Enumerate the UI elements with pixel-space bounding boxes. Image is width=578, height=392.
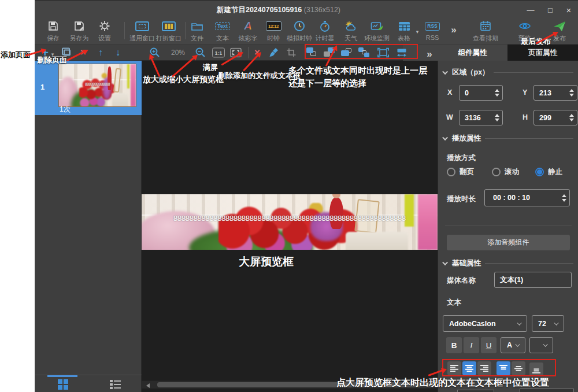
- extra-style-select[interactable]: [529, 337, 553, 353]
- one-to-one-icon: 1:1: [212, 48, 225, 58]
- toolbar-more-icon[interactable]: »: [451, 24, 456, 36]
- x-spinner[interactable]: [495, 89, 502, 97]
- actual-size-button[interactable]: 1:1: [212, 48, 225, 58]
- h-input[interactable]: 299: [533, 110, 577, 125]
- grid-view-button[interactable]: [58, 379, 68, 390]
- duration-label: 播放时长: [447, 194, 476, 204]
- list-view-button[interactable]: [110, 380, 121, 389]
- view-mode-indicator: [47, 375, 77, 377]
- collapse-chevron-icon: [442, 135, 448, 140]
- annotation-preview-frame-label: 大屏预览框: [239, 254, 294, 269]
- partial-widget: [457, 390, 494, 392]
- grid-view-icon: [58, 379, 62, 384]
- settings-button[interactable]: 设置: [86, 19, 123, 43]
- analog-clock-icon: [294, 19, 305, 33]
- radio-flip[interactable]: 翻页: [447, 167, 474, 177]
- x-input[interactable]: 0: [459, 85, 503, 101]
- view-schedule-button[interactable]: 查看排期: [467, 19, 504, 43]
- clear-button[interactable]: [269, 47, 279, 58]
- radio-scroll[interactable]: 滚动: [492, 167, 519, 177]
- zoom-level: 20%: [171, 49, 185, 57]
- media-name-label: 媒体名称: [447, 276, 476, 286]
- w-input[interactable]: 3136: [459, 110, 503, 125]
- dropdown-chevron-icon: [543, 342, 547, 346]
- annotation-layer-hint-line2: 还是下一层等的选择: [288, 78, 366, 89]
- calendar-icon: [480, 19, 491, 33]
- bold-button[interactable]: B: [446, 337, 462, 353]
- properties-panel: 区域（px） X 0 Y 213 W 3136 H 299 播放属性 播放方式 …: [438, 61, 578, 392]
- add-audio-button[interactable]: 添加音频组件: [447, 235, 570, 250]
- page-number: 1: [40, 83, 45, 91]
- folder-icon: [191, 19, 203, 33]
- underline-button[interactable]: U: [481, 337, 497, 353]
- x-label: X: [447, 88, 452, 97]
- stage-area[interactable]: 放大或缩小大屏预览框 满屏 删除添加的文件或文本框 多个文件或文本同时出现时是上…: [142, 61, 438, 392]
- media-name-input[interactable]: 文本(1): [494, 272, 572, 288]
- preview-photo[interactable]: 8888888888888888888888888888888888888888…: [142, 194, 438, 250]
- duration-spinner[interactable]: [562, 194, 569, 202]
- crop-button[interactable]: [287, 48, 297, 58]
- scroll-left-icon[interactable]: [146, 383, 150, 388]
- move-page-up-button[interactable]: ↑: [98, 47, 103, 58]
- save-as-icon: [73, 19, 85, 33]
- environment-monitor-icon: [370, 19, 383, 33]
- page-thumbnail[interactable]: 8888888888888: [59, 64, 136, 106]
- annotation-align-hint: 点大屏预览框文本时出现的文本在文本框中位置设置: [336, 377, 549, 389]
- page-list-sidebar: 1 8888888888888 1次: [35, 61, 142, 392]
- section-play[interactable]: 播放属性: [444, 134, 573, 143]
- spinner-down-icon: [495, 94, 499, 97]
- w-label: W: [446, 113, 453, 121]
- close-button[interactable]: ×: [561, 5, 576, 15]
- font-color-select[interactable]: A: [501, 337, 525, 353]
- annotation-fullscreen-hint: 满屏: [203, 62, 218, 73]
- main-toolbar: 保存 另存为 设置 通用窗口 打折窗口 文件 Text: [35, 17, 578, 45]
- radio-static[interactable]: 静止: [535, 167, 562, 177]
- move-page-down-button[interactable]: ↓: [116, 47, 120, 58]
- radio-icon: [447, 168, 455, 176]
- page-list-item-selected[interactable]: 1 8888888888888 1次: [35, 61, 142, 115]
- edit-toolbar-more-icon[interactable]: »: [427, 49, 432, 60]
- up-arrow-icon: ↑: [98, 47, 103, 58]
- folding-window-icon: [162, 19, 176, 33]
- panel-divider: [445, 225, 572, 225]
- preview-text-overlay[interactable]: 8888888888888888888888888888888888888888…: [142, 214, 438, 223]
- h-spinner[interactable]: [569, 114, 577, 121]
- text-section-label: 文本: [447, 298, 461, 308]
- y-spinner[interactable]: [569, 89, 577, 97]
- play-mode-label: 播放方式: [447, 153, 476, 163]
- align-tools-highlight-rect: [442, 359, 556, 376]
- font-size-select[interactable]: 72: [532, 315, 564, 332]
- sun-cloud-icon: [344, 19, 357, 33]
- font-family-select[interactable]: AdobeCaslon: [443, 315, 527, 332]
- collapse-chevron-icon: [442, 69, 448, 75]
- w-spinner[interactable]: [495, 114, 502, 121]
- brush-icon: [269, 47, 279, 58]
- duration-input[interactable]: 00 : 00 : 10: [484, 189, 570, 206]
- rss-button[interactable]: RSS RSS: [414, 19, 451, 41]
- tab-page-properties[interactable]: 页面属性: [507, 45, 578, 61]
- section-region[interactable]: 区域（px）: [444, 68, 573, 77]
- y-label: Y: [523, 88, 527, 97]
- screen-preview-frame[interactable]: 8888888888888888888888888888888888888888…: [142, 194, 438, 250]
- section-basic[interactable]: 基础属性: [444, 258, 573, 268]
- minimize-button[interactable]: —: [523, 5, 538, 15]
- title-bar[interactable]: 新建节目20240705105916 (3136x512) — □ ×: [35, 1, 578, 17]
- eye-icon: [518, 19, 531, 33]
- dropdown-chevron-icon: [515, 342, 520, 346]
- toolbar-separator: [248, 47, 249, 58]
- y-input[interactable]: 213: [533, 85, 577, 101]
- spinner-up-icon: [495, 89, 499, 92]
- h-label: H: [523, 113, 528, 121]
- minimize-icon: —: [527, 6, 535, 14]
- italic-button[interactable]: I: [464, 337, 479, 353]
- annotation-layer-hint-line1: 多个文件或文本同时出现时是上一层: [288, 65, 427, 76]
- maximize-button[interactable]: □: [543, 5, 558, 15]
- window-title: 新建节目20240705105916 (3136x512): [35, 5, 523, 15]
- gear-icon: [99, 19, 110, 33]
- radio-selected-icon: [535, 168, 544, 176]
- layer-tools-highlight-rect: [305, 44, 418, 59]
- maximize-icon: □: [548, 6, 553, 14]
- tab-component-properties[interactable]: 组件属性: [438, 45, 507, 61]
- down-arrow-icon: ↓: [116, 47, 120, 58]
- rss-icon: RSS: [425, 22, 439, 31]
